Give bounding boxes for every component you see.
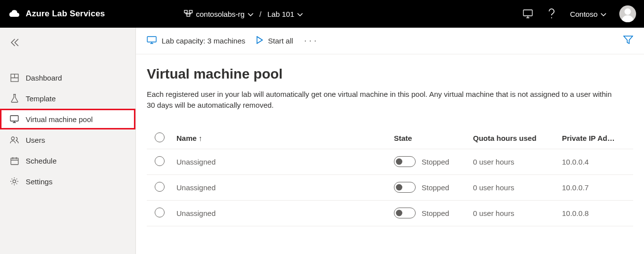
sidebar-item-vm-pool[interactable]: Virtual machine pool <box>0 109 135 129</box>
page-description: Each registered user in your lab will au… <box>147 89 621 111</box>
lab-capacity-button[interactable]: Lab capacity: 3 machines <box>147 36 245 45</box>
table-row[interactable]: Unassigned Stopped 0 user hours 10.0.0.8 <box>147 200 633 226</box>
cell-ip: 10.0.0.4 <box>558 149 633 174</box>
gear-icon <box>10 177 19 186</box>
breadcrumb-separator: / <box>259 10 261 18</box>
cell-state: Stopped <box>390 174 469 200</box>
svg-point-9 <box>13 180 16 183</box>
start-all-button[interactable]: Start all <box>256 36 293 45</box>
lab-capacity-label: Lab capacity: 3 machines <box>162 37 245 45</box>
cell-name: Unassigned <box>172 200 390 226</box>
column-header-quota[interactable]: Quota hours used <box>469 127 558 149</box>
svg-rect-3 <box>523 10 532 16</box>
filter-button[interactable] <box>623 36 633 46</box>
cell-quota: 0 user hours <box>469 174 558 200</box>
sidebar-item-schedule[interactable]: Schedule <box>0 150 135 171</box>
sidebar-item-label: Template <box>26 94 56 103</box>
monitor-icon <box>10 115 19 124</box>
cell-state: Stopped <box>390 200 469 226</box>
svg-rect-8 <box>11 158 18 165</box>
column-header-state[interactable]: State <box>390 127 469 149</box>
top-header: Azure Lab Services contosolabs-rg / Lab … <box>0 0 644 28</box>
table-row[interactable]: Unassigned Stopped 0 user hours 10.0.0.4 <box>147 149 633 174</box>
main: Lab capacity: 3 machines Start all · · ·… <box>136 28 644 254</box>
svg-rect-2 <box>187 14 190 16</box>
dashboard-icon <box>10 73 19 82</box>
column-header-ip[interactable]: Private IP Ad… <box>558 127 633 149</box>
cell-name: Unassigned <box>172 149 390 174</box>
monitor-icon <box>147 36 157 45</box>
cell-ip: 10.0.0.8 <box>558 200 633 226</box>
select-all-toggle[interactable] <box>155 132 165 142</box>
sort-asc-icon: ↑ <box>199 134 203 142</box>
power-toggle[interactable] <box>394 182 416 193</box>
sidebar-item-label: Settings <box>26 177 52 186</box>
azure-lab-services-logo-icon <box>8 9 21 19</box>
start-all-label: Start all <box>268 37 293 45</box>
resource-group-icon <box>184 10 193 18</box>
flask-icon <box>10 94 19 103</box>
sidebar-item-settings[interactable]: Settings <box>0 171 135 192</box>
state-label: Stopped <box>422 209 449 217</box>
calendar-icon <box>10 156 19 165</box>
svg-rect-0 <box>184 10 187 13</box>
sidebar-item-label: Virtual machine pool <box>26 115 93 124</box>
collapse-sidebar-button[interactable] <box>3 33 27 52</box>
state-label: Stopped <box>422 183 449 192</box>
svg-rect-1 <box>189 10 192 13</box>
sidebar-item-template[interactable]: Template <box>0 88 135 109</box>
chevron-down-icon <box>297 10 303 18</box>
cell-quota: 0 user hours <box>469 149 558 174</box>
brand[interactable]: Azure Lab Services <box>8 9 105 19</box>
content: Virtual machine pool Each registered use… <box>136 54 644 226</box>
cell-quota: 0 user hours <box>469 200 558 226</box>
monitor-icon[interactable] <box>522 8 533 19</box>
cell-name: Unassigned <box>172 174 390 200</box>
tenant-picker[interactable]: Contoso <box>570 10 606 18</box>
table-row[interactable]: Unassigned Stopped 0 user hours 10.0.0.7 <box>147 174 633 200</box>
state-label: Stopped <box>422 158 449 166</box>
more-actions-button[interactable]: · · · <box>304 36 316 46</box>
tenant-label: Contoso <box>570 10 598 18</box>
breadcrumb-lab[interactable]: Lab 101 <box>267 10 303 18</box>
play-icon <box>256 36 263 45</box>
row-select-toggle[interactable] <box>155 182 165 192</box>
chevron-down-icon <box>601 10 606 18</box>
cell-ip: 10.0.0.7 <box>558 174 633 200</box>
sidebar-item-dashboard[interactable]: Dashboard <box>0 67 135 88</box>
row-select-toggle[interactable] <box>155 208 165 217</box>
chevron-down-icon <box>248 10 254 18</box>
avatar[interactable] <box>619 5 636 22</box>
toolbar: Lab capacity: 3 machines Start all · · · <box>136 28 644 54</box>
resource-group-label: contosolabs-rg <box>196 10 244 18</box>
svg-rect-10 <box>147 37 156 42</box>
sidebar: Dashboard Template Virtual machine pool … <box>0 28 136 254</box>
column-header-select[interactable] <box>147 127 172 149</box>
power-toggle[interactable] <box>394 156 416 167</box>
svg-point-7 <box>11 137 14 140</box>
row-select-toggle[interactable] <box>155 156 165 166</box>
brand-text: Azure Lab Services <box>26 9 105 19</box>
column-header-name[interactable]: Name↑ <box>172 127 390 149</box>
svg-point-4 <box>551 17 552 18</box>
header-right: Contoso <box>522 5 636 22</box>
breadcrumb-resource-group[interactable]: contosolabs-rg <box>184 10 253 18</box>
breadcrumb: contosolabs-rg / Lab 101 <box>184 10 303 18</box>
users-icon <box>10 135 19 144</box>
page-title: Virtual machine pool <box>147 66 633 82</box>
power-toggle[interactable] <box>394 208 416 218</box>
sidebar-nav: Dashboard Template Virtual machine pool … <box>0 67 135 192</box>
help-icon[interactable] <box>546 8 557 19</box>
vm-table: Name↑ State Quota hours used Private IP … <box>147 127 633 226</box>
lab-label: Lab 101 <box>267 10 294 18</box>
sidebar-item-label: Users <box>26 136 45 144</box>
svg-rect-6 <box>10 116 18 121</box>
cell-state: Stopped <box>390 149 469 174</box>
sidebar-item-users[interactable]: Users <box>0 129 135 150</box>
sidebar-item-label: Dashboard <box>26 74 62 82</box>
sidebar-item-label: Schedule <box>26 157 57 165</box>
